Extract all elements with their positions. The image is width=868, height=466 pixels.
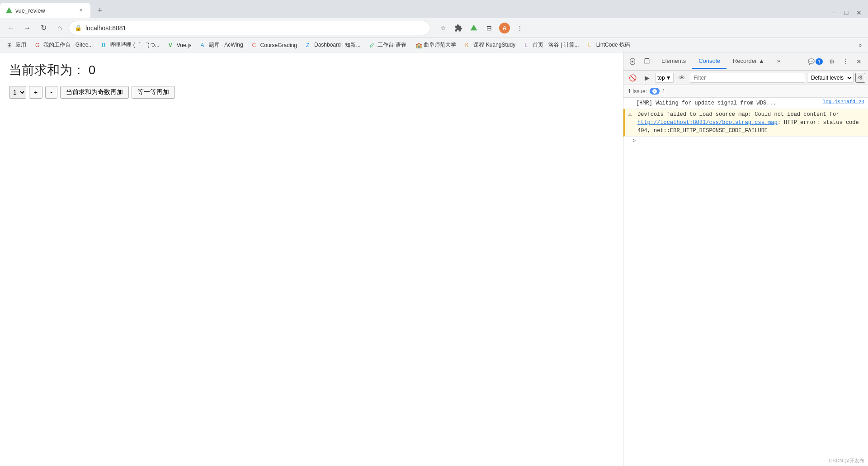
minus-button[interactable]: - <box>45 86 57 99</box>
watermark: CSDN @开发布 <box>829 457 864 464</box>
bookmark-zhihu-label: Dashboard | 知新... <box>314 41 361 49</box>
yucai-icon: 🖊 <box>369 42 376 48</box>
svg-rect-2 <box>632 61 633 62</box>
bookmark-yucai-label: 工作台·语雀 <box>377 41 406 49</box>
bookmarks-bar: ⊞ 应用 G 我的工作台 - Gitee... B 哔哩哔哩 (゜-゜)つ...… <box>0 38 868 52</box>
inspect-element-button[interactable] <box>626 55 639 68</box>
bookmark-qufu[interactable]: 🏫 曲阜师范大学 <box>412 40 460 50</box>
bookmark-zhihu[interactable]: Z Dashboard | 知新... <box>302 40 364 50</box>
bookmark-qufu-label: 曲阜师范大学 <box>424 41 456 49</box>
coursegrading-icon: C <box>252 42 259 48</box>
bilibili-icon: B <box>102 42 108 48</box>
bookmark-bilibili[interactable]: B 哔哩哔哩 (゜-゜)つ... <box>98 40 163 50</box>
tab-bar: vue_review × + − □ ✕ <box>0 0 868 18</box>
wait-add-button[interactable]: 等一等再加 <box>132 86 175 99</box>
console-filter-input[interactable] <box>690 73 805 83</box>
forward-button[interactable]: → <box>20 21 34 35</box>
heading-value: 0 <box>89 63 96 77</box>
address-bar[interactable]: 🔒 localhost:8081 <box>69 21 430 35</box>
bookmark-lintcode[interactable]: L LintCode 炼码 <box>585 40 634 50</box>
devtools-toolbar: Elements Console Recorder ▲ » 💬 1 ⚙ ⋮ ✕ <box>623 52 868 71</box>
vuejs-icon: V <box>169 42 175 48</box>
vue-extension-button[interactable] <box>467 21 481 35</box>
apps-icon: ⊞ <box>7 42 14 48</box>
devtools-close-button[interactable]: ✕ <box>853 55 865 68</box>
bookmark-luogu[interactable]: L 首页 - 洛谷 | 计算... <box>521 40 582 50</box>
page-controls: 1 + - 当前求和为奇数再加 等一等再加 <box>9 86 614 99</box>
tabs-more-button[interactable]: » <box>771 54 787 69</box>
menu-button[interactable]: ⋮ <box>513 21 527 35</box>
address-text: localhost:8081 <box>85 24 425 32</box>
log-level-select[interactable]: Default levels <box>807 73 854 83</box>
zhihu-icon: Z <box>306 42 312 48</box>
bookmark-luogu-label: 首页 - 洛谷 | 计算... <box>533 41 579 49</box>
odd-add-button[interactable]: 当前求和为奇数再加 <box>60 86 129 99</box>
tab-recorder[interactable]: Recorder ▲ <box>726 54 771 69</box>
warning-link[interactable]: http://localhost:8081/css/bootstrap.css.… <box>637 119 778 126</box>
extensions-button[interactable] <box>451 21 466 35</box>
issues-badge: i <box>650 88 660 95</box>
devtools-more-button[interactable]: ⋮ <box>839 55 852 68</box>
issues-label: 1 Issue: <box>628 88 647 95</box>
profile-avatar: A <box>499 23 510 33</box>
tab-strip: vue_review × + <box>0 3 828 18</box>
bookmark-acwing[interactable]: A 题库 - AcWing <box>197 40 247 50</box>
luogu-icon: L <box>524 42 531 48</box>
tab-elements[interactable]: Elements <box>655 54 692 69</box>
bookmark-coursegrading-label: CourseGrading <box>260 42 297 48</box>
tab-console[interactable]: Console <box>692 54 726 69</box>
browser-tab[interactable]: vue_review × <box>0 3 90 18</box>
issues-bar[interactable]: 1 Issue: i 1 <box>623 85 868 98</box>
maximize-button[interactable]: □ <box>841 7 852 18</box>
bookmark-vuejs[interactable]: V Vue.js <box>165 41 195 50</box>
bookmark-star-button[interactable]: ☆ <box>436 21 450 35</box>
profile-button[interactable]: A <box>497 21 512 35</box>
console-content: [HMR] Waiting for update signal from WDS… <box>623 98 868 466</box>
bookmark-kuangstudy-label: 课程-KuangStudy <box>473 41 515 49</box>
tab-title: vue_review <box>15 7 74 14</box>
frame-context-selector[interactable]: top ▼ <box>655 73 674 83</box>
console-badge-container: 💬 1 <box>806 58 825 65</box>
devtools-settings-button[interactable]: ⚙ <box>826 55 838 68</box>
minimize-button[interactable]: − <box>828 7 839 18</box>
bookmark-acwing-label: 题库 - AcWing <box>209 41 243 49</box>
tab-close-button[interactable]: × <box>77 6 85 14</box>
bookmark-lintcode-label: LintCode 炼码 <box>596 41 630 49</box>
new-tab-button[interactable]: + <box>92 3 108 18</box>
tab-favicon <box>5 7 13 14</box>
hmr-location-link[interactable]: log.js?1afd:24 <box>819 99 864 105</box>
close-window-button[interactable]: ✕ <box>854 7 864 18</box>
split-screen-button[interactable]: ⊟ <box>482 21 496 35</box>
bookmark-yucai[interactable]: 🖊 工作台·语雀 <box>366 40 410 50</box>
plus-button[interactable]: + <box>29 86 42 99</box>
console-error-badge: 1 <box>816 58 823 65</box>
console-expand-row[interactable]: > <box>623 137 868 146</box>
console-toolbar: 🚫 ▶ top ▼ 👁 Default levels ⚙ <box>623 71 868 85</box>
console-settings-button[interactable]: ⚙ <box>855 73 865 83</box>
bookmark-apps[interactable]: ⊞ 应用 <box>4 40 30 50</box>
bookmark-gitee[interactable]: G 我的工作台 - Gitee... <box>32 40 96 50</box>
back-button[interactable]: ← <box>4 21 18 35</box>
refresh-button[interactable]: ↻ <box>36 21 51 35</box>
svg-marker-1 <box>471 24 477 30</box>
home-button[interactable]: ⌂ <box>52 21 67 35</box>
top-label: top <box>657 75 665 81</box>
warning-prefix: DevTools failed to load source map: Coul… <box>637 111 839 118</box>
lock-icon: 🔒 <box>75 24 82 31</box>
gitee-icon: G <box>35 42 42 48</box>
heading-text: 当前求和为： <box>9 63 85 77</box>
bookmark-vuejs-label: Vue.js <box>177 42 192 48</box>
bookmark-kuangstudy[interactable]: K 课程-KuangStudy <box>462 40 519 50</box>
info-icon <box>627 99 633 100</box>
number-select[interactable]: 1 <box>9 86 26 99</box>
bookmark-coursegrading[interactable]: C CourseGrading <box>249 41 301 50</box>
expand-chevron[interactable]: > <box>632 138 636 144</box>
console-eye-button[interactable]: 👁 <box>675 71 688 84</box>
console-clear-button[interactable]: 🚫 <box>626 71 639 84</box>
devtools-panel: Elements Console Recorder ▲ » 💬 1 ⚙ ⋮ ✕ <box>623 52 868 466</box>
bookmarks-more-button[interactable]: » <box>856 41 864 50</box>
kuangstudy-icon: K <box>465 42 472 48</box>
console-message-warning: ⚠ DevTools failed to load source map: Co… <box>623 109 868 137</box>
device-emulation-button[interactable] <box>641 55 653 68</box>
console-execute-button[interactable]: ▶ <box>641 71 653 84</box>
